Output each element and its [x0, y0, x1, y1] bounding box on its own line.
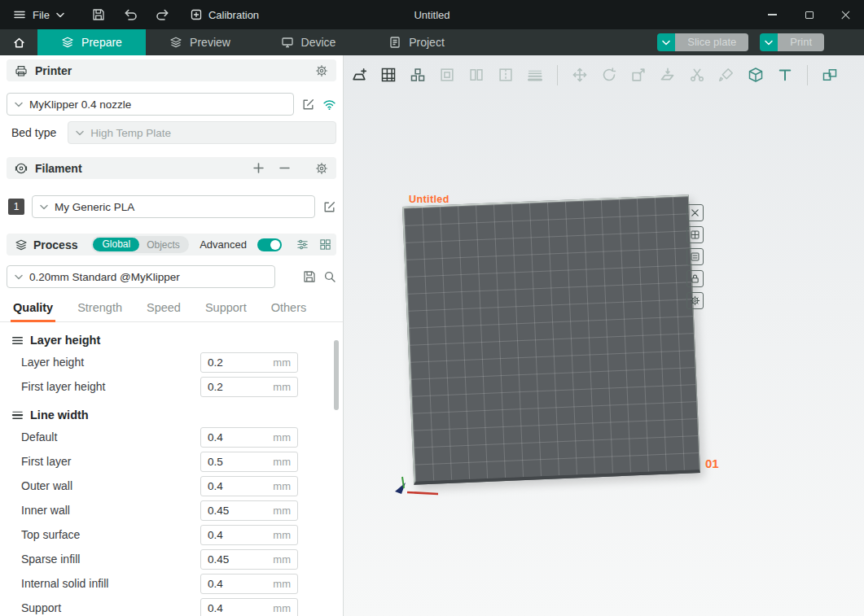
parameter-list-button[interactable] [296, 238, 309, 251]
group-layer-height: Layer height [11, 334, 343, 347]
save-project-button[interactable] [92, 8, 105, 21]
param-row: Internal solid infill mm [0, 571, 343, 596]
slice-options-dropdown[interactable] [657, 33, 675, 51]
plate-name-icon[interactable] [686, 248, 704, 265]
calibration-button[interactable]: Calibration [190, 8, 259, 21]
print-options-dropdown[interactable] [760, 33, 778, 51]
first-layer-height-input[interactable]: mm [200, 377, 298, 397]
tab-others[interactable]: Others [271, 301, 307, 321]
scope-global-button[interactable]: Global [93, 238, 139, 251]
minimize-button[interactable] [754, 0, 791, 29]
titlebar: File Calibration Untitled [0, 0, 864, 29]
tab-support[interactable]: Support [205, 301, 247, 321]
text-shape-icon[interactable] [776, 66, 794, 84]
assembly-view-icon[interactable] [821, 66, 839, 84]
merge-objects-icon[interactable] [438, 66, 456, 84]
preview-icon [169, 36, 182, 49]
redo-button[interactable] [156, 7, 170, 22]
tab-prepare[interactable]: Prepare [37, 29, 146, 55]
outer-wall-line-width-input[interactable]: mm [200, 476, 298, 496]
param-unit: mm [273, 602, 291, 614]
advanced-label: Advanced [200, 238, 247, 251]
first-layer-line-width-input[interactable]: mm [200, 452, 298, 472]
rotate-icon[interactable] [600, 66, 618, 84]
advanced-toggle[interactable] [257, 238, 282, 251]
add-filament-button[interactable] [253, 163, 264, 173]
scope-objects-button[interactable]: Objects [139, 239, 187, 251]
layer-height-value[interactable] [208, 356, 268, 369]
plate-name-label[interactable]: Untitled [409, 194, 450, 205]
filament-index-badge[interactable]: 1 [8, 199, 24, 215]
inner-wall-line-width-value[interactable] [208, 505, 268, 517]
tab-project[interactable]: Project [362, 29, 471, 55]
maximize-button[interactable] [791, 0, 827, 29]
print-button[interactable]: Print [760, 33, 824, 51]
lock-plate-icon[interactable] [686, 270, 704, 287]
param-row: Support mm [0, 596, 343, 616]
tab-device[interactable]: Device [254, 29, 362, 55]
move-icon[interactable] [571, 66, 589, 84]
filament-settings-button[interactable] [315, 162, 328, 175]
internal-solid-infill-line-width-input[interactable]: mm [200, 574, 298, 594]
object-list-button[interactable] [319, 238, 331, 251]
default-line-width-input[interactable]: mm [200, 427, 298, 448]
project-icon [388, 36, 401, 49]
plate-settings-icon[interactable] [686, 292, 704, 309]
outer-wall-line-width-value[interactable] [208, 480, 268, 492]
arrange-plates-icon[interactable] [379, 66, 397, 84]
add-plate-icon[interactable] [350, 66, 368, 84]
top-surface-line-width-input[interactable]: mm [200, 525, 298, 545]
cut-icon[interactable] [688, 66, 706, 84]
undo-button[interactable] [123, 7, 138, 22]
sidebar-scrollbar[interactable] [334, 340, 339, 410]
printer-settings-button[interactable] [315, 64, 328, 77]
tab-speed[interactable]: Speed [147, 301, 181, 321]
split-to-parts-icon[interactable] [497, 66, 515, 84]
delete-plate-icon[interactable] [686, 204, 704, 221]
internal-solid-infill-line-width-value[interactable] [208, 578, 268, 590]
default-line-width-value[interactable] [208, 431, 268, 443]
tab-preview[interactable]: Preview [146, 29, 254, 55]
group-layer-height-title: Layer height [30, 334, 100, 347]
build-plate[interactable] [402, 194, 700, 484]
group-line-width: Line width [11, 408, 343, 422]
filament-preset-select[interactable]: My Generic PLA [32, 195, 315, 218]
slice-plate-button[interactable]: Slice plate [657, 33, 748, 51]
layer-height-input[interactable]: mm [200, 352, 298, 373]
split-to-objects-icon[interactable] [467, 66, 485, 84]
first-layer-line-width-value[interactable] [208, 456, 268, 468]
sparse-infill-line-width-value[interactable] [208, 553, 268, 566]
close-button[interactable] [827, 0, 864, 29]
sparse-infill-line-width-input[interactable]: mm [200, 549, 298, 570]
scale-icon[interactable] [629, 66, 647, 84]
inner-wall-line-width-input[interactable]: mm [200, 500, 298, 521]
support-line-width-value[interactable] [208, 602, 268, 614]
first-layer-height-value[interactable] [208, 381, 268, 393]
bed-type-select[interactable]: High Temp Plate [68, 121, 336, 144]
save-preset-button[interactable] [303, 270, 316, 283]
auto-arrange-icon[interactable] [409, 66, 427, 84]
support-line-width-input[interactable]: mm [200, 598, 298, 616]
top-surface-line-width-value[interactable] [208, 529, 268, 541]
param-row: Outer wall mm [0, 474, 343, 498]
lay-flat-icon[interactable] [659, 66, 677, 84]
viewport-3d[interactable]: Untitled 01 [344, 55, 864, 616]
search-settings-button[interactable] [323, 270, 336, 283]
variable-layer-height-icon[interactable] [526, 66, 544, 84]
process-preset-select[interactable]: 0.20mm Standard @MyKlipper [7, 265, 275, 288]
printer-preset-select[interactable]: MyKlipper 0.4 nozzle [7, 93, 294, 116]
tab-quality[interactable]: Quality [13, 301, 53, 321]
mesh-boolean-icon[interactable] [747, 66, 765, 84]
remove-filament-button[interactable] [279, 163, 290, 173]
param-unit: mm [273, 578, 291, 590]
paint-support-icon[interactable] [717, 66, 735, 84]
plate-arrange-icon[interactable] [686, 226, 704, 243]
tab-preview-label: Preview [190, 36, 230, 49]
bed-type-value: High Temp Plate [90, 127, 171, 139]
tab-strength[interactable]: Strength [77, 301, 122, 321]
edit-filament-preset-button[interactable] [322, 200, 336, 214]
printer-connection-button[interactable] [322, 98, 336, 111]
home-tab[interactable] [0, 29, 37, 55]
edit-printer-preset-button[interactable] [301, 98, 315, 111]
file-menu[interactable]: File [8, 5, 69, 24]
